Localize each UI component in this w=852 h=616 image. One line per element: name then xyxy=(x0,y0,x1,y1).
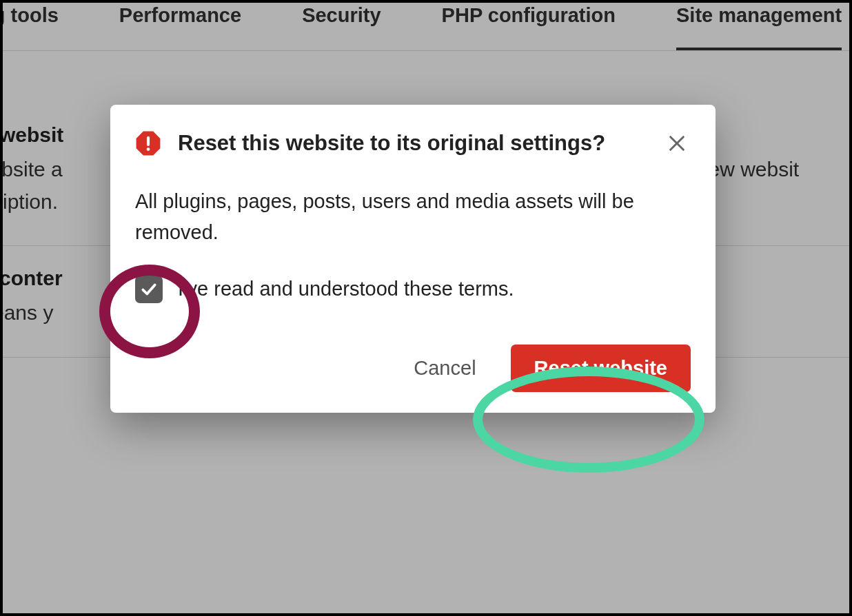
terms-checkbox-label: I've read and understood these terms. xyxy=(178,278,514,300)
modal-header: Reset this website to its original setti… xyxy=(135,130,691,157)
warning-icon xyxy=(135,130,161,156)
reset-website-modal: Reset this website to its original setti… xyxy=(110,105,716,413)
modal-footer: Cancel Reset website xyxy=(135,345,691,392)
close-button[interactable] xyxy=(663,130,691,157)
terms-checkbox[interactable] xyxy=(135,276,163,303)
close-icon xyxy=(667,134,687,153)
terms-checkbox-row: I've read and understood these terms. xyxy=(135,276,691,303)
reset-website-button[interactable]: Reset website xyxy=(511,345,691,392)
modal-body-text: All plugins, pages, posts, users and med… xyxy=(135,186,691,248)
modal-title: Reset this website to its original setti… xyxy=(178,131,647,156)
svg-point-2 xyxy=(147,147,150,151)
modal-overlay: Reset this website to its original setti… xyxy=(3,3,849,613)
checkmark-icon xyxy=(140,280,158,298)
cancel-button[interactable]: Cancel xyxy=(400,349,489,388)
svg-rect-1 xyxy=(147,136,150,146)
